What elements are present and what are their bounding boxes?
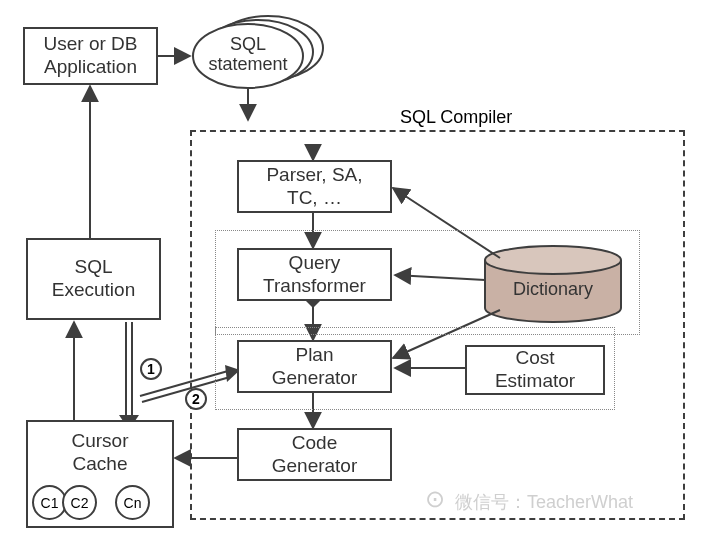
cache-circle-c2: C2 [62, 485, 97, 520]
plan-generator-box: Plan Generator [237, 340, 392, 393]
svg-text:statement: statement [208, 54, 287, 74]
marker-2: 2 [185, 388, 207, 410]
query-transformer-box: Query Transformer [237, 248, 392, 301]
user-db-box: User or DB Application [23, 27, 158, 85]
code-generator-box: Code Generator [237, 428, 392, 481]
watermark-text: 微信号：TeacherWhat [455, 490, 633, 514]
svg-text:SQL: SQL [230, 34, 266, 54]
cost-estimator-box: Cost Estimator [465, 345, 605, 395]
sql-execution-box: SQL Execution [26, 238, 161, 320]
cache-circle-cn: Cn [115, 485, 150, 520]
parser-box: Parser, SA, TC, … [237, 160, 392, 213]
sql-compiler-title: SQL Compiler [400, 107, 512, 128]
diagram-canvas: SQL statement Dictionary [0, 0, 706, 547]
wechat-icon: ⊙ [425, 485, 445, 513]
marker-1: 1 [140, 358, 162, 380]
